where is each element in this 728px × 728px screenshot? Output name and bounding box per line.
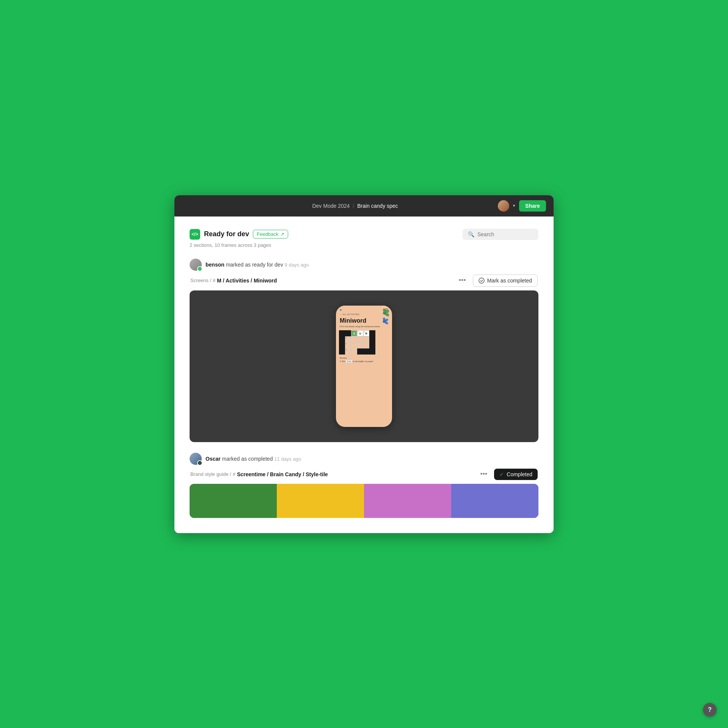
user-avatar-oscar — [190, 453, 202, 465]
completed-check-icon: ✓ — [499, 471, 504, 477]
svg-point-9 — [383, 320, 386, 323]
phone-across-label: Across — [340, 357, 388, 359]
main-content: </> Ready for dev Feedback ↗ 🔍 2 section… — [174, 217, 554, 533]
action-text-2: marked as completed — [222, 456, 275, 462]
phone-flowers — [380, 309, 389, 325]
svg-point-1 — [479, 278, 484, 283]
feedback-badge[interactable]: Feedback ↗ — [253, 230, 288, 238]
user-name-benson: benson — [206, 262, 224, 268]
header-left: </> Ready for dev Feedback ↗ — [190, 229, 288, 240]
mark-as-completed-button[interactable]: Mark as completed — [473, 275, 538, 287]
activity-item-1: <> benson marked as ready for dev 9 days… — [190, 259, 538, 442]
completed-label: Completed — [507, 471, 532, 477]
phone-clue-section: Across 1 The SUN is too bright, my eyes! — [336, 355, 392, 363]
frame-path-row-1: Screens / # M / Activities / Miniword ••… — [190, 275, 538, 287]
section-header: </> Ready for dev Feedback ↗ 🔍 — [190, 229, 538, 240]
section-title: Ready for dev — [204, 230, 249, 238]
path-prefix-1: Screens / — [190, 278, 211, 283]
path-prefix-2: Brand style guide / — [190, 471, 231, 477]
activity-header-1: <> benson marked as ready for dev 9 days… — [190, 259, 538, 271]
activity-text-1: benson marked as ready for dev 9 days ag… — [206, 262, 309, 268]
dev-badge: <> — [197, 266, 202, 271]
breadcrumb-separator: / — [353, 203, 354, 209]
action-text-1: marked as ready for dev — [226, 262, 285, 268]
project-name: Dev Mode 2024 — [312, 203, 350, 209]
user-avatar-benson: <> — [190, 259, 202, 271]
avatar[interactable] — [498, 200, 509, 212]
style-tile-blue — [451, 484, 538, 518]
svg-text:<>: <> — [199, 267, 201, 270]
frame-path-row-2: Brand style guide / # Screentime / Brain… — [190, 469, 538, 480]
phone-clue: 1 The SUN is too bright, my eyes! — [340, 360, 388, 363]
crossword-grid: 1S 2U 3N 4 — [339, 330, 389, 355]
phone-subtitle: Fill in the blanks using the sentences b… — [336, 325, 392, 330]
completed-badge — [197, 460, 202, 466]
titlebar-actions: ▾ Share — [498, 200, 546, 212]
help-button[interactable]: ? — [703, 703, 717, 717]
dev-mode-icon: </> — [190, 229, 200, 240]
more-options-button-1[interactable]: ••• — [456, 275, 469, 286]
activity-text-2: Oscar marked as completed 11 days ago — [206, 456, 301, 462]
frame-hash-icon-1: # — [213, 278, 215, 283]
search-icon: 🔍 — [468, 231, 474, 237]
file-name: Brain candy spec — [357, 203, 398, 209]
flower-green-icon — [380, 309, 389, 317]
activity-header-2: Oscar marked as completed 11 days ago — [190, 453, 538, 465]
frame-actions-2: ••• ✓ Completed — [477, 469, 538, 480]
frame-path-1: Screens / # M / Activities / Miniword — [190, 278, 277, 284]
frame-preview-2 — [190, 484, 538, 518]
frame-name-1: M / Activities / Miniword — [217, 278, 277, 284]
chevron-down-icon[interactable]: ▾ — [513, 203, 515, 208]
activity-item-2: Oscar marked as completed 11 days ago Br… — [190, 453, 538, 518]
more-options-button-2[interactable]: ••• — [477, 469, 490, 480]
style-tile-purple — [364, 484, 451, 518]
svg-point-5 — [383, 311, 386, 314]
activity-time-2: 11 days ago — [274, 456, 301, 462]
mark-complete-label: Mark as completed — [487, 278, 532, 284]
frame-actions-1: ••• Mark as completed — [456, 275, 538, 287]
section-subtitle: 2 sections, 10 frames across 3 pages — [190, 242, 538, 248]
titlebar: Dev Mode 2024 / Brain candy spec ▾ Share — [174, 195, 554, 217]
check-circle-icon — [479, 278, 485, 284]
completed-button[interactable]: ✓ Completed — [494, 469, 538, 480]
user-name-oscar: Oscar — [206, 456, 221, 462]
style-tile-yellow — [277, 484, 364, 518]
phone-mockup: ← ALL ACTIVITIES Miniword Fill in the bl… — [336, 306, 392, 427]
share-button[interactable]: Share — [519, 200, 546, 212]
search-box[interactable]: 🔍 — [463, 229, 538, 240]
style-tile-green — [190, 484, 277, 518]
flower-blue-icon — [380, 318, 388, 325]
feedback-label: Feedback — [257, 231, 278, 237]
frame-name-2: Screentime / Brain Candy / Style-tile — [237, 471, 328, 477]
external-link-icon: ↗ — [280, 231, 284, 237]
frame-hash-icon-2: # — [233, 471, 235, 477]
titlebar-breadcrumb: Dev Mode 2024 / Brain candy spec — [312, 203, 398, 209]
search-input[interactable] — [477, 231, 533, 237]
activity-time-1: 9 days ago — [285, 262, 309, 268]
frame-preview-1: ← ALL ACTIVITIES Miniword Fill in the bl… — [190, 290, 538, 442]
frame-path-2: Brand style guide / # Screentime / Brain… — [190, 471, 328, 477]
app-window: Dev Mode 2024 / Brain candy spec ▾ Share… — [174, 195, 554, 533]
